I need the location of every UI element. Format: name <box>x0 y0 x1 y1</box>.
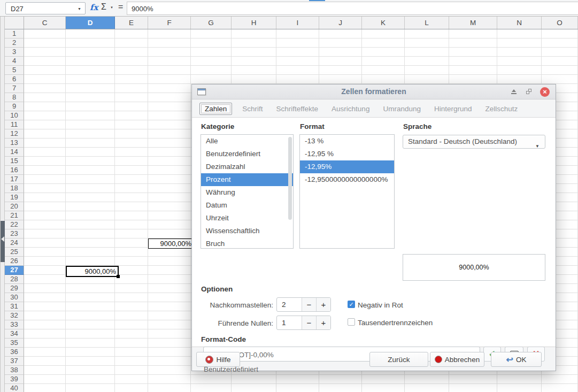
row-header-25[interactable]: 25 <box>5 248 24 257</box>
category-item[interactable]: Dezimalzahl <box>201 160 293 173</box>
category-item[interactable]: Prozent <box>201 173 293 186</box>
row-header-7[interactable]: 7 <box>5 84 24 93</box>
column-header-J[interactable]: J <box>319 17 362 29</box>
row-header-20[interactable]: 20 <box>5 202 24 211</box>
row-header-6[interactable]: 6 <box>5 75 24 84</box>
row-header-38[interactable]: 38 <box>5 366 24 375</box>
dialog-titlebar[interactable]: Zellen formatieren × <box>192 84 556 99</box>
row-header-19[interactable]: 19 <box>5 193 24 202</box>
column-header-I[interactable]: I <box>276 17 319 29</box>
row-header-33[interactable]: 33 <box>5 320 24 329</box>
row-header-37[interactable]: 37 <box>5 357 24 366</box>
leading-zeros-value[interactable]: 1 <box>277 316 302 329</box>
column-header-C[interactable]: C <box>24 17 66 29</box>
row-header-23[interactable]: 23 <box>5 229 24 239</box>
column-header-N[interactable]: N <box>497 17 542 29</box>
category-list-scrollbar[interactable] <box>288 137 292 220</box>
column-header-K[interactable]: K <box>362 17 405 29</box>
row-header-36[interactable]: 36 <box>5 348 24 357</box>
row-header-30[interactable]: 30 <box>5 293 24 302</box>
cell-D27[interactable]: 9000,00% <box>66 266 119 277</box>
thousands-separator-checkbox[interactable] <box>348 318 355 326</box>
tab-schrifteffekte[interactable]: Schrifteffekte <box>273 103 322 115</box>
column-header-M[interactable]: M <box>449 17 497 29</box>
row-header-5[interactable]: 5 <box>5 66 24 75</box>
tab-hintergrund[interactable]: Hintergrund <box>431 103 475 115</box>
fill-handle[interactable] <box>117 275 120 278</box>
close-icon[interactable]: × <box>540 87 550 97</box>
row-header-1[interactable]: 1 <box>5 29 24 39</box>
restore-icon[interactable] <box>526 89 532 95</box>
row-header-3[interactable]: 3 <box>5 48 24 57</box>
format-list[interactable]: -13 %-12,95 %-12,95%-12,9500000000000000… <box>299 134 395 249</box>
row-header-32[interactable]: 32 <box>5 311 24 320</box>
tab-schrift[interactable]: Schrift <box>239 103 266 115</box>
decimal-places-plus-button[interactable]: + <box>316 298 330 311</box>
back-button[interactable]: Zurück <box>369 352 428 367</box>
format-item[interactable]: -12,95 % <box>300 148 394 160</box>
name-box-input[interactable] <box>10 3 71 14</box>
cancel-button[interactable]: Abbrechen <box>430 352 484 367</box>
category-list[interactable]: AlleBenutzerdefiniertDezimalzahlProzentW… <box>201 134 294 249</box>
column-header-D[interactable]: D <box>66 17 115 29</box>
row-header-11[interactable]: 11 <box>5 120 24 129</box>
format-item[interactable]: -12,95% <box>300 160 394 173</box>
sum-icon[interactable]: Σ <box>101 2 106 12</box>
row-header-40[interactable]: 40 <box>5 384 24 392</box>
column-header-F[interactable]: F <box>148 17 191 29</box>
row-header-22[interactable]: 22 <box>5 220 24 229</box>
cell-F24[interactable]: 9000,00% <box>148 239 194 249</box>
decimal-places-value[interactable]: 2 <box>277 298 302 311</box>
category-item[interactable]: Wissenschaftlich <box>201 225 293 237</box>
row-header-29[interactable]: 29 <box>5 284 24 293</box>
row-header-8[interactable]: 8 <box>5 93 24 102</box>
row-header-34[interactable]: 34 <box>5 329 24 339</box>
row-header-35[interactable]: 35 <box>5 339 24 348</box>
language-select[interactable]: Standard - Deutsch (Deutschland) ▼ <box>403 135 545 149</box>
function-wizard-icon[interactable]: fx <box>90 3 98 12</box>
leading-zeros-plus-button[interactable]: + <box>316 316 330 329</box>
row-header-4[interactable]: 4 <box>5 57 24 66</box>
row-header-21[interactable]: 21 <box>5 211 24 220</box>
row-header-39[interactable]: 39 <box>5 375 24 384</box>
row-header-31[interactable]: 31 <box>5 302 24 311</box>
column-header-G[interactable]: G <box>191 17 232 29</box>
left-scroll-strip[interactable] <box>0 17 5 392</box>
row-header-28[interactable]: 28 <box>5 275 24 284</box>
name-box-dropdown-icon[interactable]: ▼ <box>78 7 81 11</box>
column-header-H[interactable]: H <box>232 17 276 29</box>
tab-umrandung[interactable]: Umrandung <box>380 103 424 115</box>
row-header-14[interactable]: 14 <box>5 148 24 157</box>
select-all-corner[interactable] <box>5 17 24 29</box>
category-item[interactable]: Alle <box>201 135 293 148</box>
negative-red-checkbox[interactable]: ✓ <box>348 301 355 308</box>
row-header-24[interactable]: 24 <box>5 239 24 248</box>
decimal-places-minus-button[interactable]: − <box>302 298 316 311</box>
row-header-16[interactable]: 16 <box>5 166 24 175</box>
tab-zellschutz[interactable]: Zellschutz <box>482 103 521 115</box>
row-header-17[interactable]: 17 <box>5 175 24 184</box>
row-header-27[interactable]: 27 <box>5 266 24 275</box>
tab-ausrichtung[interactable]: Ausrichtung <box>328 103 373 115</box>
formula-input[interactable] <box>130 3 571 15</box>
row-header-9[interactable]: 9 <box>5 102 24 111</box>
sum-dropdown-icon[interactable]: ▼ <box>110 6 113 9</box>
row-header-10[interactable]: 10 <box>5 111 24 120</box>
row-header-2[interactable]: 2 <box>5 39 24 48</box>
row-header-18[interactable]: 18 <box>5 184 24 193</box>
format-item[interactable]: -12,9500000000000000% <box>300 173 394 186</box>
formula-input-box[interactable] <box>127 2 578 15</box>
shade-icon[interactable] <box>511 89 517 95</box>
leading-zeros-minus-button[interactable]: − <box>302 316 316 329</box>
column-header-E[interactable]: E <box>115 17 148 29</box>
help-button[interactable]: Hilfe <box>196 352 240 367</box>
tab-zahlen[interactable]: Zahlen <box>199 103 232 115</box>
column-header-O[interactable]: O <box>542 17 578 29</box>
category-item[interactable]: Bruch <box>201 237 293 249</box>
format-item[interactable]: -13 % <box>300 135 394 148</box>
category-item[interactable]: Benutzerdefiniert <box>201 148 293 160</box>
row-header-15[interactable]: 15 <box>5 157 24 166</box>
ok-button[interactable]: ↩ OK <box>491 352 542 367</box>
name-box[interactable]: ▼ <box>5 2 86 14</box>
category-item[interactable]: Datum <box>201 199 293 212</box>
